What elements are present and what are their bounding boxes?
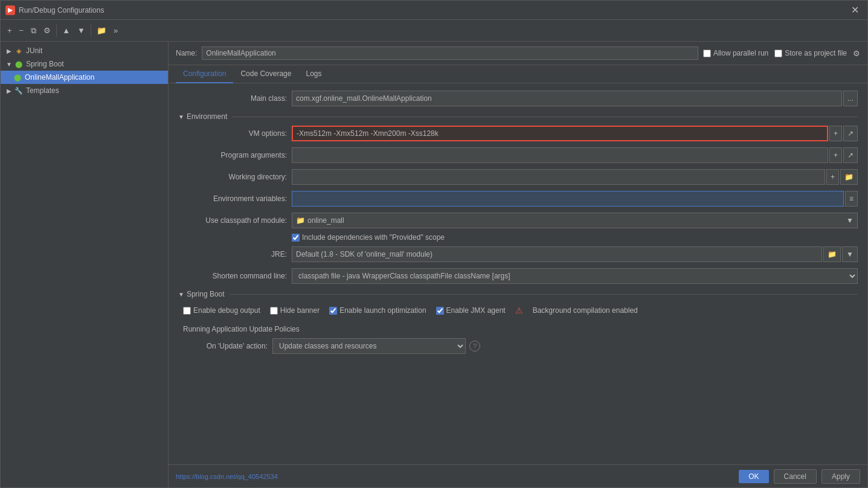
enable-jmx-checkbox-row[interactable]: Enable JMX agent	[436, 306, 506, 315]
include-deps-checkbox[interactable]	[292, 234, 300, 242]
apply-button[interactable]: Apply	[821, 469, 860, 484]
classpath-module-select[interactable]: 📁 online_mall ▼	[292, 213, 858, 228]
store-as-project-label: Store as project file	[785, 49, 847, 57]
tab-configuration[interactable]: Configuration	[176, 65, 233, 83]
env-vars-edit-button[interactable]: ≡	[845, 191, 858, 207]
shorten-cmd-row: Shorten command line: classpath file - j…	[178, 268, 858, 284]
allow-parallel-checkbox[interactable]	[703, 50, 711, 57]
allow-parallel-checkbox-row[interactable]: Allow parallel run	[703, 49, 768, 57]
main-class-input[interactable]	[292, 91, 842, 106]
move-up-button[interactable]: ▲	[59, 24, 73, 37]
sidebar-item-junit[interactable]: ▶ ◈ JUnit	[1, 44, 168, 57]
env-variables-row: Environment variables: ≡	[178, 191, 858, 207]
hide-banner-checkbox[interactable]	[270, 307, 278, 315]
jre-row: JRE: 📁 ▼	[178, 246, 858, 262]
jre-browse-button[interactable]: 📁	[823, 246, 841, 262]
warning-icon: ⚠	[515, 306, 523, 315]
program-arguments-row: Program arguments: + ↗	[178, 147, 858, 163]
env-variables-input[interactable]	[292, 191, 844, 207]
vm-options-expand-button[interactable]: +	[829, 126, 842, 141]
enable-debug-checkbox-row[interactable]: Enable debug output	[183, 306, 260, 315]
name-input[interactable]	[202, 47, 698, 60]
tab-logs[interactable]: Logs	[298, 65, 329, 83]
help-icon[interactable]: ?	[469, 341, 480, 352]
move-down-button[interactable]: ▼	[74, 24, 88, 37]
on-update-row: On 'Update' action: Update classes and r…	[183, 338, 853, 354]
gear-icon[interactable]: ⚙	[853, 49, 860, 58]
working-directory-input-wrap: + 📁	[292, 169, 858, 185]
copy-config-button[interactable]: ⧉	[28, 24, 39, 37]
hide-banner-checkbox-row[interactable]: Hide banner	[270, 306, 320, 315]
include-deps-checkbox-row[interactable]: Include dependencies with "Provided" sco…	[292, 233, 445, 242]
store-as-project-checkbox[interactable]	[774, 50, 782, 57]
remove-config-button[interactable]: −	[16, 24, 27, 37]
environment-divider	[232, 117, 858, 117]
ok-button[interactable]: OK	[739, 470, 768, 483]
enable-launch-checkbox-row[interactable]: Enable launch optimization	[329, 306, 426, 315]
enable-debug-label: Enable debug output	[193, 306, 260, 315]
enable-launch-label: Enable launch optimization	[339, 306, 426, 315]
on-update-select[interactable]: Update classes and resources	[272, 338, 466, 354]
main-class-row: Main class: ...	[178, 91, 858, 106]
enable-jmx-checkbox[interactable]	[436, 307, 444, 315]
program-args-expand-button[interactable]: +	[829, 147, 842, 163]
spring-boot-arrow: ▼	[5, 60, 13, 68]
allow-parallel-label: Allow parallel run	[713, 49, 768, 57]
spring-boot-icon: ⬤	[14, 59, 24, 69]
add-config-button[interactable]: +	[4, 24, 15, 37]
tab-code-coverage[interactable]: Code Coverage	[233, 65, 298, 83]
program-args-extra-button[interactable]: ↗	[843, 147, 858, 163]
title-bar: ▶ Run/Debug Configurations ✕	[1, 1, 867, 20]
sidebar-item-label: Templates	[26, 86, 59, 95]
store-as-project-checkbox-row[interactable]: Store as project file	[774, 49, 847, 57]
classpath-module-value: online_mall	[307, 216, 344, 225]
spring-boot-section-arrow[interactable]: ▼	[178, 291, 184, 298]
toolbar-separator	[56, 25, 57, 37]
working-directory-label: Working directory:	[178, 173, 287, 181]
working-directory-row: Working directory: + 📁	[178, 169, 858, 185]
environment-arrow[interactable]: ▼	[178, 114, 184, 120]
jre-dropdown-button[interactable]: ▼	[842, 246, 858, 262]
enable-debug-checkbox[interactable]	[183, 307, 191, 315]
vm-options-input[interactable]	[292, 126, 828, 141]
bg-compilation-label: Background compilation enabled	[533, 306, 638, 315]
working-dir-browse-button[interactable]: 📁	[840, 169, 858, 185]
cancel-button[interactable]: Cancel	[774, 469, 817, 484]
form-area: Main class: ... ▼ Environment VM options…	[169, 83, 867, 464]
working-dir-expand-button[interactable]: +	[826, 169, 839, 185]
vm-options-extra-button[interactable]: ↗	[843, 126, 858, 141]
right-panel: Name: Allow parallel run Store as projec…	[169, 42, 867, 487]
sidebar-item-templates[interactable]: ▶ 🔧 Templates	[1, 84, 168, 97]
vm-options-row: VM options: + ↗	[178, 126, 858, 141]
shorten-cmd-label: Shorten command line:	[178, 272, 287, 280]
templates-arrow: ▶	[5, 87, 13, 94]
running-policies-section: Running Application Update Policies On '…	[178, 323, 858, 356]
dialog-title: Run/Debug Configurations	[19, 6, 847, 14]
footer: https://blog.csdn.net/qq_40542534 OK Can…	[169, 464, 867, 487]
classpath-row: Use classpath of module: 📁 online_mall ▼	[178, 213, 858, 228]
enable-launch-checkbox[interactable]	[329, 307, 337, 315]
main-content: ▶ ◈ JUnit ▼ ⬤ Spring Boot ⬤ OnlineMallAp…	[1, 42, 867, 487]
junit-icon: ◈	[14, 46, 24, 56]
settings-button[interactable]: ⚙	[40, 24, 54, 37]
footer-link[interactable]: https://blog.csdn.net/qq_40542534	[176, 473, 278, 480]
enable-jmx-label: Enable JMX agent	[446, 306, 506, 315]
working-directory-input[interactable]	[292, 169, 825, 185]
shorten-cmd-select[interactable]: classpath file - java WrapperClass class…	[292, 268, 858, 284]
name-label: Name:	[176, 49, 197, 57]
classpath-label: Use classpath of module:	[178, 216, 287, 225]
more-button[interactable]: »	[111, 24, 121, 37]
sidebar-item-online-mall[interactable]: ⬤ OnlineMallApplication	[1, 71, 168, 84]
include-deps-label: Include dependencies with "Provided" sco…	[302, 233, 445, 242]
jre-input[interactable]	[292, 246, 822, 262]
app-icon: ▶	[5, 5, 15, 15]
hide-banner-label: Hide banner	[280, 306, 320, 315]
folder-button[interactable]: 📁	[94, 24, 109, 37]
main-class-browse-button[interactable]: ...	[843, 91, 858, 106]
close-button[interactable]: ✕	[847, 3, 863, 17]
tab-bar: Configuration Code Coverage Logs	[169, 65, 867, 83]
program-arguments-input[interactable]	[292, 147, 828, 163]
toolbar-separator-2	[91, 25, 91, 37]
vm-options-label: VM options:	[178, 129, 287, 138]
sidebar-item-spring-boot-group[interactable]: ▼ ⬤ Spring Boot	[1, 57, 168, 71]
